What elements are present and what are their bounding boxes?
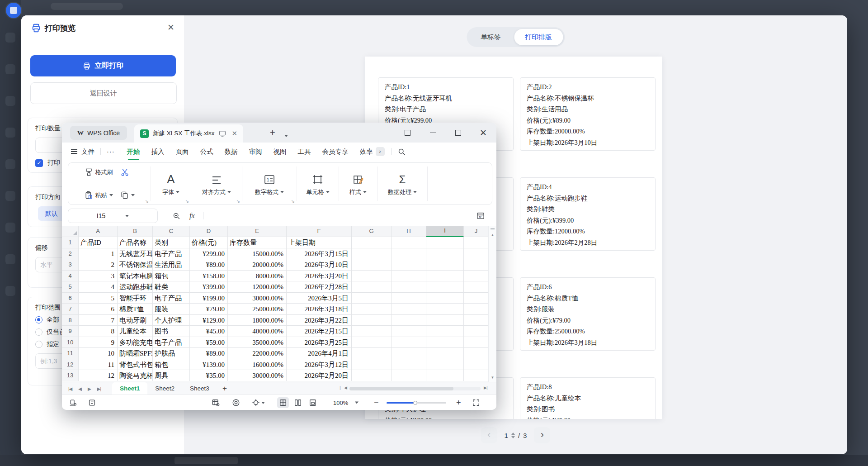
data-process-button[interactable]: 数据处理 bbox=[388, 188, 417, 196]
row-header-2[interactable]: 2 bbox=[62, 248, 79, 260]
column-header-D[interactable]: D bbox=[190, 226, 228, 237]
cell-I11[interactable] bbox=[426, 348, 464, 359]
toggle-print-layout[interactable]: 打印排版 bbox=[514, 29, 563, 45]
row-header-6[interactable]: 6 bbox=[62, 293, 79, 304]
cell-A8[interactable]: 7 bbox=[79, 315, 118, 326]
cell-D2[interactable]: ¥299.00 bbox=[190, 248, 228, 260]
cell-B7[interactable]: 棉质T恤 bbox=[118, 304, 153, 315]
column-header-E[interactable]: E bbox=[228, 226, 287, 237]
cell-B8[interactable]: 电动牙刷 bbox=[118, 315, 153, 326]
row-header-9[interactable]: 9 bbox=[62, 326, 79, 337]
cell-A13[interactable]: 12 bbox=[79, 370, 118, 381]
menu-插入[interactable]: 插入 bbox=[151, 147, 165, 156]
cell-G7[interactable] bbox=[352, 304, 392, 315]
cell-G6[interactable] bbox=[352, 293, 392, 304]
cell-D12[interactable]: ¥139.00 bbox=[190, 359, 228, 371]
cell-A6[interactable]: 5 bbox=[79, 293, 118, 304]
sheet-tab-Sheet3[interactable]: Sheet3 bbox=[182, 382, 217, 395]
select-all-corner[interactable] bbox=[62, 226, 79, 237]
column-header-F[interactable]: F bbox=[287, 226, 352, 237]
cell-D1[interactable]: 价格(元) bbox=[190, 237, 228, 248]
cell-I12[interactable] bbox=[426, 359, 464, 371]
cut-button[interactable] bbox=[120, 168, 135, 177]
cell-C4[interactable]: 箱包 bbox=[153, 271, 190, 282]
cell-G8[interactable] bbox=[352, 315, 392, 326]
cell-D10[interactable]: ¥59.00 bbox=[190, 337, 228, 348]
cell-F13[interactable]: 2026年2月20日 bbox=[287, 370, 352, 381]
number-format-button[interactable]: 数字格式 bbox=[255, 188, 284, 196]
cell-I2[interactable] bbox=[426, 248, 464, 260]
next-page-button[interactable]: › bbox=[534, 427, 550, 443]
row-header-10[interactable]: 10 bbox=[62, 337, 79, 348]
cell-H8[interactable] bbox=[392, 315, 426, 326]
cell-G2[interactable] bbox=[352, 248, 392, 260]
cell-A4[interactable]: 3 bbox=[79, 271, 118, 282]
close-window-icon[interactable]: ✕ bbox=[477, 127, 489, 138]
row-header-1[interactable]: 1 bbox=[62, 237, 79, 248]
cell-J12[interactable] bbox=[464, 359, 489, 371]
menu-会员专享[interactable]: 会员专享 bbox=[322, 147, 349, 156]
column-header-I[interactable]: I bbox=[426, 226, 464, 237]
radio-icon[interactable] bbox=[35, 341, 42, 348]
cell-J4[interactable] bbox=[464, 271, 489, 282]
cell-J6[interactable] bbox=[464, 293, 489, 304]
cell-H13[interactable] bbox=[392, 370, 426, 381]
cell-C13[interactable]: 厨具 bbox=[153, 370, 190, 381]
cell-D9[interactable]: ¥45.00 bbox=[190, 326, 228, 337]
menu-公式[interactable]: 公式 bbox=[200, 147, 213, 156]
cell-D4[interactable]: ¥158.00 bbox=[190, 271, 228, 282]
cell-B12[interactable]: 背包式书包 bbox=[118, 359, 153, 371]
column-header-J[interactable]: J bbox=[464, 226, 489, 237]
cell-A11[interactable]: 10 bbox=[79, 348, 118, 359]
cell-C2[interactable]: 电子产品 bbox=[153, 248, 190, 260]
cell-D3[interactable]: ¥89.00 bbox=[190, 259, 228, 271]
cell-E1[interactable]: 库存数量 bbox=[228, 237, 287, 248]
cell-J7[interactable] bbox=[464, 304, 489, 315]
cell-D8[interactable]: ¥129.00 bbox=[190, 315, 228, 326]
cell-D5[interactable]: ¥399.00 bbox=[190, 281, 228, 293]
prev-sheet-icon[interactable]: ◀ bbox=[78, 386, 81, 391]
zoom-in-icon[interactable]: + bbox=[456, 398, 461, 408]
cell-H12[interactable] bbox=[392, 359, 426, 371]
cell-C8[interactable]: 个人护理 bbox=[153, 315, 190, 326]
zoom-slider-thumb[interactable] bbox=[413, 401, 417, 405]
cell-I8[interactable] bbox=[426, 315, 464, 326]
cell-A1[interactable]: 产品ID bbox=[79, 237, 118, 248]
print-now-button[interactable]: 立即打印 bbox=[30, 55, 176, 76]
cell-E5[interactable]: 12000.00% bbox=[228, 281, 287, 293]
cell-E13[interactable]: 30000.00% bbox=[228, 370, 287, 381]
close-icon[interactable]: ✕ bbox=[165, 22, 177, 33]
cell-H9[interactable] bbox=[392, 326, 426, 337]
next-sheet-icon[interactable]: ▶ bbox=[88, 386, 91, 391]
cell-B10[interactable]: 多功能充电器 bbox=[118, 337, 153, 348]
menu-视图[interactable]: 视图 bbox=[274, 147, 287, 156]
cell-E2[interactable]: 15000.00% bbox=[228, 248, 287, 260]
fullscreen-icon[interactable] bbox=[472, 399, 480, 406]
copy-button[interactable] bbox=[120, 191, 135, 200]
cell-G1[interactable] bbox=[352, 237, 392, 248]
column-header-H[interactable]: H bbox=[392, 226, 426, 237]
maximize-icon[interactable] bbox=[452, 127, 464, 138]
cell-H10[interactable] bbox=[392, 337, 426, 348]
scroll-up-icon[interactable]: ▲ bbox=[491, 233, 495, 237]
cell-A9[interactable]: 8 bbox=[79, 326, 118, 337]
minimize-icon[interactable] bbox=[427, 127, 439, 138]
scroll-down-icon[interactable]: ▼ bbox=[491, 376, 495, 380]
row-header-5[interactable]: 5 bbox=[62, 281, 79, 293]
cell-A3[interactable]: 2 bbox=[79, 259, 118, 271]
zoom-level[interactable]: 100% bbox=[333, 399, 348, 406]
zoom-caret-icon[interactable] bbox=[355, 402, 359, 404]
cell-E9[interactable]: 40000.00% bbox=[228, 326, 287, 337]
cell-C5[interactable]: 鞋类 bbox=[153, 281, 190, 293]
cell-J8[interactable] bbox=[464, 315, 489, 326]
add-sheet-icon[interactable]: + bbox=[222, 384, 227, 393]
cell-I13[interactable] bbox=[426, 370, 464, 381]
cell-H7[interactable] bbox=[392, 304, 426, 315]
cell-H3[interactable] bbox=[392, 259, 426, 271]
cell-E12[interactable]: 16000.00% bbox=[228, 359, 287, 371]
cell-D6[interactable]: ¥199.00 bbox=[190, 293, 228, 304]
cell-C11[interactable]: 护肤品 bbox=[153, 348, 190, 359]
menu-审阅[interactable]: 审阅 bbox=[249, 147, 262, 156]
cell-J5[interactable] bbox=[464, 281, 489, 293]
cell-J9[interactable] bbox=[464, 326, 489, 337]
